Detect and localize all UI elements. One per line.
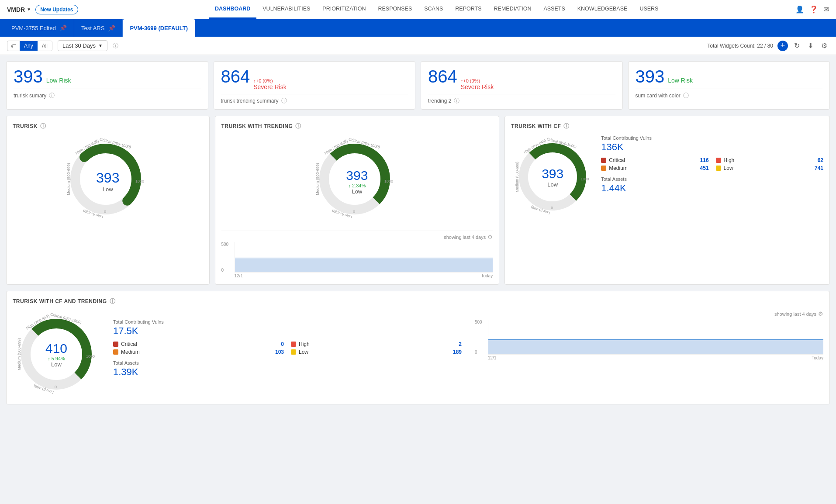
app-logo[interactable]: VMDR ▼ — [7, 6, 31, 13]
svg-text:1000: 1000 — [581, 177, 589, 181]
trurisk-cf-info-icon[interactable]: ⓘ — [563, 122, 570, 130]
cf-trending-critical-label: Critical — [121, 341, 137, 347]
summary-cards: 393 Low Risk trurisk sumary ⓘ 864 ↑+0 (0… — [6, 61, 830, 110]
filter-left: 🏷 Any All Last 30 Days ▼ ⓘ — [7, 40, 118, 51]
cf-trending-chart-note: showing last 4 days ⚙ — [475, 311, 823, 317]
nav-item-scans[interactable]: SCANS — [418, 0, 449, 19]
cf-critical-label: Critical — [609, 157, 625, 163]
nav-link-remediation[interactable]: REMEDIATION — [488, 0, 538, 19]
nav-link-dashboard[interactable]: DASHBOARD — [209, 0, 256, 19]
cf-trending-medium-label: Medium — [121, 349, 140, 355]
new-updates-button[interactable]: New Updates — [35, 5, 78, 14]
card2-risk: Severe Risk — [253, 83, 286, 90]
cf-total-assets-value: 1.44K — [601, 183, 823, 194]
tag-any-button[interactable]: Any — [20, 41, 38, 51]
nav-item-vulnerabilities[interactable]: VULNERABILITIES — [256, 0, 316, 19]
tab-pvm3699[interactable]: PVM-3699 (DEFAULT) — [123, 19, 195, 37]
nav-link-scans[interactable]: SCANS — [418, 0, 449, 19]
summary-card-3: 864 ↑+0 (0%) Severe Risk trending 2 ⓘ — [421, 61, 623, 110]
nav-link-vulnerabilities[interactable]: VULNERABILITIES — [256, 0, 316, 19]
mail-icon[interactable]: ✉ — [823, 5, 829, 14]
trurisk-trending-info-icon[interactable]: ⓘ — [295, 122, 301, 130]
trending-low-dot — [291, 349, 296, 355]
cf-low-value: 741 — [815, 165, 823, 171]
date-chevron: ▼ — [98, 43, 103, 48]
trurisk-cf-trending-title: TRURISK WITH CF AND TRENDING ⓘ — [13, 297, 823, 305]
card1-info-icon[interactable]: ⓘ — [49, 92, 55, 100]
tab-pvm3699-label: PVM-3699 (DEFAULT) — [130, 25, 188, 31]
top-nav: VMDR ▼ New Updates DASHBOARD VULNERABILI… — [0, 0, 836, 19]
date-filter[interactable]: Last 30 Days ▼ — [58, 40, 107, 51]
card3-footer: trending 2 — [428, 98, 451, 104]
trurisk-cf-value: 393 — [542, 166, 563, 181]
cf-trending-low-label: Low — [299, 349, 308, 355]
summary-card-2: 864 ↑+0 (0%) Severe Risk trurisk trendin… — [214, 61, 416, 110]
cf-total-assets-label: Total Assets — [601, 176, 823, 182]
add-widget-button[interactable]: + — [777, 41, 788, 51]
nav-item-remediation[interactable]: REMEDIATION — [488, 0, 538, 19]
trurisk-trending-value: 393 — [346, 168, 368, 183]
tab-testars-label: Test ARS — [81, 25, 104, 31]
nav-link-assets[interactable]: ASSETS — [537, 0, 571, 19]
trurisk-cf-widget: TRURISK WITH CF ⓘ High (700-849) Critica… — [504, 116, 830, 285]
nav-link-users[interactable]: USERS — [633, 0, 664, 19]
card2-trend: ↑+0 (0%) — [253, 78, 286, 83]
trending-medium-dot — [113, 349, 118, 355]
cf-trending-high-label: High — [299, 341, 310, 347]
svg-text:0: 0 — [551, 206, 553, 210]
nav-link-knowledgebase[interactable]: KNOWLEDGEBASE — [571, 0, 634, 19]
filter-info-icon[interactable]: ⓘ — [113, 42, 118, 50]
cf-trending-total-assets-value: 1.39K — [113, 366, 462, 378]
cf-stats: Total Contributing Vulns 136K Critical 1… — [601, 135, 823, 198]
cf-low-item: Low 741 — [716, 165, 823, 171]
trurisk-cf-donut: High (700-849) Critical (850-1000) Mediu… — [511, 135, 594, 218]
tag-filter: 🏷 Any All — [7, 41, 52, 51]
nav-item-assets[interactable]: ASSETS — [537, 0, 571, 19]
card1-value: 393 — [14, 68, 43, 85]
low-dot — [716, 166, 721, 171]
cf-trending-gear-icon[interactable]: ⚙ — [818, 311, 823, 317]
card2-info-icon[interactable]: ⓘ — [281, 97, 287, 105]
nav-item-dashboard[interactable]: DASHBOARD — [209, 0, 256, 19]
tab-pvm3755[interactable]: PVM-3755 Edited 📌 — [4, 19, 74, 37]
main-content: 393 Low Risk trurisk sumary ⓘ 864 ↑+0 (0… — [0, 55, 836, 417]
cf-medium-item: Medium 451 — [601, 165, 708, 171]
nav-item-knowledgebase[interactable]: KNOWLEDGEBASE — [571, 0, 634, 19]
cf-trending-stats: Total Contributing Vulns 17.5K Critical … — [113, 311, 462, 382]
trurisk-info-icon[interactable]: ⓘ — [40, 122, 46, 130]
nav-icons: 👤 ❓ ✉ — [795, 5, 829, 14]
card1-risk: Low Risk — [46, 77, 71, 84]
nav-link-reports[interactable]: REPORTS — [449, 0, 487, 19]
tab-testars[interactable]: Test ARS 📌 — [74, 19, 123, 37]
trurisk-trending-widget: TRURISK WITH TRENDING ⓘ High (700-849) C… — [215, 116, 500, 285]
nav-item-reports[interactable]: REPORTS — [449, 0, 487, 19]
card3-info-icon[interactable]: ⓘ — [454, 97, 459, 105]
card4-info-icon[interactable]: ⓘ — [683, 92, 689, 100]
svg-text:Medium (500-699): Medium (500-699) — [66, 163, 71, 195]
widgets-row: TRURISK ⓘ High (700-849) Critical (850-1… — [6, 116, 830, 285]
refresh-button[interactable]: ↻ — [792, 41, 801, 51]
nav-item-prioritization[interactable]: PRIORITIZATION — [316, 0, 372, 19]
help-icon[interactable]: ❓ — [809, 5, 818, 14]
svg-text:Medium (500-699): Medium (500-699) — [315, 163, 320, 195]
tag-all-button[interactable]: All — [38, 41, 52, 51]
trurisk-cf-trending-info-icon[interactable]: ⓘ — [110, 297, 116, 305]
nav-item-responses[interactable]: RESPONSES — [372, 0, 418, 19]
settings-button[interactable]: ⚙ — [819, 41, 829, 51]
nav-link-responses[interactable]: RESPONSES — [372, 0, 418, 19]
date-range-label: Last 30 Days — [62, 42, 96, 49]
download-button[interactable]: ⬇ — [806, 41, 815, 51]
user-icon[interactable]: 👤 — [795, 5, 804, 14]
cf-trending-critical-value: 0 — [281, 341, 284, 347]
nav-link-prioritization[interactable]: PRIORITIZATION — [316, 0, 372, 19]
tab-testars-pin: 📌 — [108, 24, 115, 31]
cf-trending-high-item: High 2 — [291, 341, 462, 347]
trurisk-cf-trending-center: 410 ↑ 5.94% Low — [45, 341, 67, 368]
cf-trending-chart: showing last 4 days ⚙ 500 0 12/1 Today — [475, 311, 823, 360]
chart-gear-icon[interactable]: ⚙ — [487, 234, 493, 240]
nav-item-users[interactable]: USERS — [633, 0, 664, 19]
filter-right: Total Widgets Count: 22 / 80 + ↻ ⬇ ⚙ — [707, 41, 829, 51]
cf-trending-content: High (700-849) Critical (850-1000) Mediu… — [13, 311, 823, 398]
trurisk-title: TRURISK ⓘ — [13, 122, 203, 130]
svg-text:1000: 1000 — [384, 179, 393, 183]
